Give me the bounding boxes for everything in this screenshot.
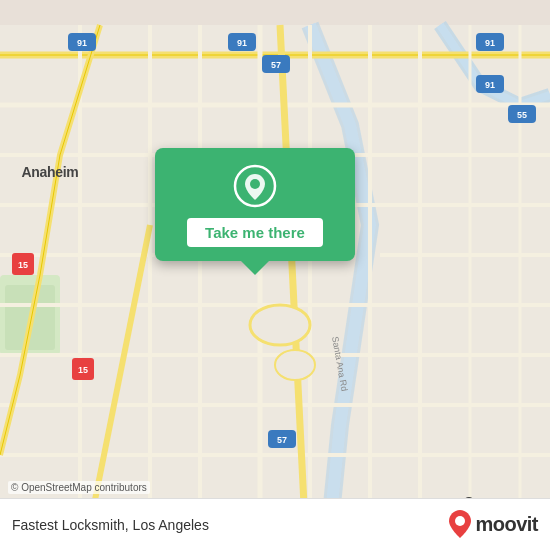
svg-point-31: [455, 516, 465, 526]
svg-point-4: [250, 305, 310, 345]
svg-text:15: 15: [78, 365, 88, 375]
svg-point-30: [250, 179, 260, 189]
moovit-logo: moovit: [449, 510, 538, 538]
map-svg: 91 91 91 57 91 55 15 15 57 5 Anaheim Ora…: [0, 0, 550, 550]
svg-text:91: 91: [485, 80, 495, 90]
svg-text:57: 57: [271, 60, 281, 70]
map-container: 91 91 91 57 91 55 15 15 57 5 Anaheim Ora…: [0, 0, 550, 550]
svg-rect-1: [0, 25, 550, 525]
svg-text:55: 55: [517, 110, 527, 120]
map-attribution: © OpenStreetMap contributors: [8, 481, 150, 494]
svg-text:91: 91: [485, 38, 495, 48]
svg-text:91: 91: [237, 38, 247, 48]
place-name: Fastest Locksmith, Los Angeles: [12, 517, 209, 533]
moovit-pin-icon: [449, 510, 471, 538]
svg-text:57: 57: [277, 435, 287, 445]
moovit-brand-text: moovit: [475, 513, 538, 536]
svg-text:Anaheim: Anaheim: [21, 164, 78, 180]
bottom-bar: Fastest Locksmith, Los Angeles moovit: [0, 498, 550, 550]
svg-point-5: [275, 350, 315, 380]
svg-text:15: 15: [18, 260, 28, 270]
take-me-there-button[interactable]: Take me there: [187, 218, 323, 247]
location-pin-icon: [233, 164, 277, 208]
popup-card: Take me there: [155, 148, 355, 261]
svg-text:91: 91: [77, 38, 87, 48]
